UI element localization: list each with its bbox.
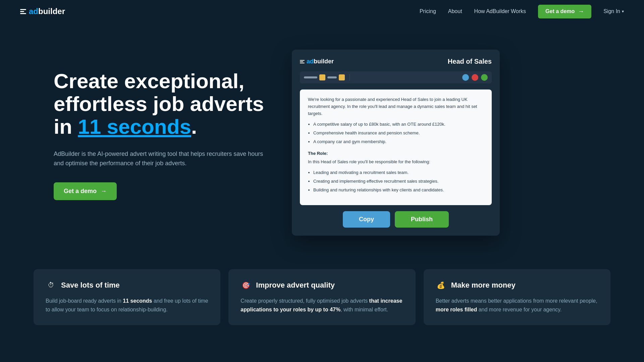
hero-section: Create exceptional, effortless job adver… <box>0 23 644 256</box>
feature-card-quality: 🎯 Improve advert quality Create properly… <box>228 269 415 325</box>
ad-bullets-intro: A competitive salary of up to £80k basic… <box>313 121 484 145</box>
ad-card-logo-icon <box>300 60 305 63</box>
ad-preview-card: adbuilder Head of Sales <box>292 50 500 236</box>
hero-content: Create exceptional, effortless job adver… <box>54 50 272 200</box>
clock-icon: ⏱ <box>46 280 56 291</box>
ad-bullet: Comprehensive health insurance and pensi… <box>313 130 484 137</box>
feature-money-desc: Better adverts means better applications… <box>436 297 598 314</box>
toolbar-bar <box>304 76 317 78</box>
hero-demo-button[interactable]: Get a demo → <box>54 182 117 200</box>
feature-quality-title: Improve advert quality <box>256 281 335 290</box>
feature-card-time: ⏱ Save lots of time Build job-board read… <box>34 269 220 325</box>
ad-toolbar[interactable] <box>300 71 492 83</box>
ad-bullet: Leading and motivating a recruitment sal… <box>313 169 484 176</box>
ad-card-header: adbuilder Head of Sales <box>300 58 492 65</box>
money-icon: 💰 <box>436 280 446 291</box>
publish-button[interactable]: Publish <box>395 211 449 228</box>
ad-bullet: Building and nurturing relationships wit… <box>313 187 484 194</box>
nav-links: Pricing About How AdBuilder Works Get a … <box>420 5 624 18</box>
ad-role-bullets: Leading and motivating a recruitment sal… <box>313 169 484 193</box>
chevron-down-icon: ▾ <box>622 9 624 14</box>
arrow-icon: → <box>101 188 107 195</box>
ad-card-logo-text: adbuilder <box>307 58 334 65</box>
logo[interactable]: adbuilder <box>20 7 65 16</box>
hero-title: Create exceptional, effortless job adver… <box>54 70 272 138</box>
feature-card-money-header: 💰 Make more money <box>436 280 598 291</box>
ad-bullet: A competitive salary of up to £80k basic… <box>313 121 484 128</box>
toolbar-color-yellow <box>319 74 325 80</box>
sign-in-button[interactable]: Sign In ▾ <box>603 8 624 14</box>
ad-intro-text: We're looking for a passionate and exper… <box>308 96 484 117</box>
arrow-icon: → <box>578 8 584 15</box>
toolbar-bar <box>327 76 337 78</box>
nav-pricing-link[interactable]: Pricing <box>420 8 436 14</box>
toolbar-group-1 <box>304 74 345 80</box>
feature-card-money: 💰 Make more money Better adverts means b… <box>424 269 610 325</box>
hero-subtitle: AdBuilder is the AI-powered advert writi… <box>54 149 272 169</box>
ad-preview-container: adbuilder Head of Sales <box>292 50 500 236</box>
ad-bullet: A company car and gym membership. <box>313 138 484 145</box>
target-icon: 🎯 <box>240 280 251 291</box>
feature-time-title: Save lots of time <box>61 281 120 290</box>
features-section: ⏱ Save lots of time Build job-board read… <box>0 256 644 345</box>
ad-body: We're looking for a passionate and exper… <box>300 89 492 205</box>
feature-time-desc: Build job-board ready adverts in 11 seco… <box>46 297 208 314</box>
toolbar-color-yellow-2 <box>339 74 345 80</box>
toolbar-color-green <box>481 74 488 81</box>
ad-actions: Copy Publish <box>300 211 492 228</box>
feature-card-time-header: ⏱ Save lots of time <box>46 280 208 291</box>
nav-about-link[interactable]: About <box>448 8 462 14</box>
feature-card-quality-header: 🎯 Improve advert quality <box>240 280 403 291</box>
copy-button[interactable]: Copy <box>343 211 390 228</box>
navbar: adbuilder Pricing About How AdBuilder Wo… <box>0 0 644 23</box>
toolbar-color-blue <box>462 74 469 81</box>
nav-demo-button[interactable]: Get a demo → <box>538 5 591 18</box>
toolbar-color-red <box>472 74 478 81</box>
toolbar-colors <box>462 74 488 81</box>
ad-card-logo: adbuilder <box>300 58 334 65</box>
nav-how-it-works-link[interactable]: How AdBuilder Works <box>474 8 526 14</box>
logo-icon <box>20 9 26 14</box>
feature-money-title: Make more money <box>451 281 516 290</box>
toolbar-separator <box>350 74 350 81</box>
ad-role-title: The Role: <box>308 150 484 157</box>
ad-bullet: Creating and implementing effective recr… <box>313 178 484 185</box>
ad-job-title: Head of Sales <box>448 58 492 65</box>
feature-quality-desc: Create properly structured, fully optimi… <box>240 297 403 314</box>
ad-role-intro: In this Head of Sales role you'll be res… <box>308 159 484 166</box>
logo-text: adbuilder <box>29 7 65 16</box>
